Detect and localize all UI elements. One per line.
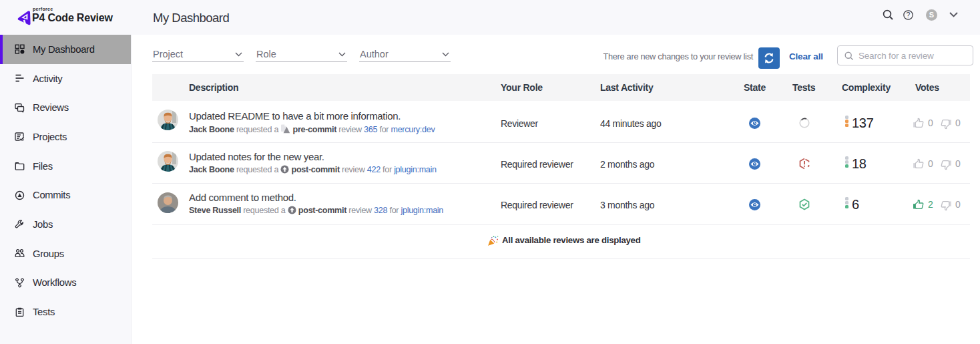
svg-text:?: ? [907,11,911,19]
